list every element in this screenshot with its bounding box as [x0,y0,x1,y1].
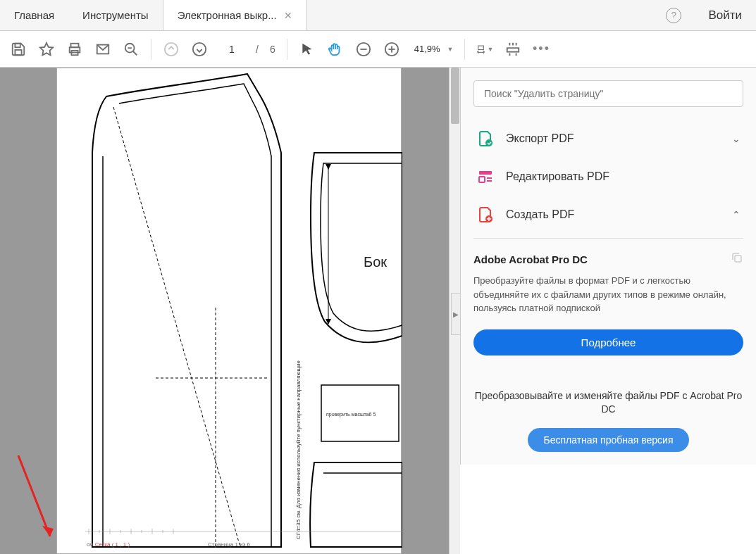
pdf-page: Бок СГ4=35 см. Для изменения используйте… [56,68,402,554]
tool-label: Редактировать PDF [506,170,740,183]
top-tab-bar: Главная Инструменты Электронная выкр... … [0,0,756,31]
star-icon[interactable] [38,41,55,58]
pointer-icon[interactable] [299,41,316,58]
page-footer: Страница 1 из 6 [57,541,401,548]
svg-rect-17 [478,46,484,49]
print-icon[interactable] [66,41,83,58]
create-pdf-icon [476,206,495,224]
page-number-input[interactable] [219,44,244,55]
free-trial-button[interactable]: Бесплатная пробная версия [528,428,688,452]
chevron-up-icon: ⌃ [732,209,740,220]
mail-icon[interactable] [94,41,111,58]
signin-button[interactable]: Войти [694,8,756,23]
svg-point-42 [485,139,492,146]
tool-export-pdf[interactable]: Экспорт PDF ⌄ [473,120,743,158]
scrollbar-thumb[interactable] [451,68,459,124]
tab-tools[interactable]: Инструменты [68,0,163,30]
learn-more-button[interactable]: Подробнее [473,329,743,355]
svg-rect-43 [479,171,492,175]
save-icon[interactable] [10,41,27,58]
page-total: 6 [270,44,275,55]
chevron-down-icon: ⌄ [732,133,740,144]
hand-icon[interactable] [327,41,344,58]
tool-edit-pdf[interactable]: Редактировать PDF [473,158,743,196]
tab-file-label: Электронная выкр... [178,9,277,21]
svg-marker-2 [40,42,53,54]
promo-title: Adobe Acrobat Pro DC [473,251,743,267]
find-icon[interactable] [123,41,140,58]
page-separator: / [256,44,259,55]
zoom-level: 41,9% [411,44,443,54]
more-icon[interactable]: ••• [533,41,550,58]
search-input[interactable] [473,80,743,107]
svg-rect-44 [479,177,485,182]
svg-line-25 [113,107,240,547]
toolbar: / 6 41,9% ▼ ▼ ••• [0,31,756,68]
export-pdf-icon [476,130,495,148]
svg-marker-41 [42,526,54,536]
chevron-down-icon: ▼ [488,46,494,53]
chevron-down-icon: ▼ [447,46,454,53]
zoom-in-icon[interactable] [383,41,400,58]
svg-rect-0 [15,43,20,47]
annotation-arrow-icon [11,448,75,547]
page-down-icon[interactable] [191,41,208,58]
page-display-icon[interactable] [504,41,521,58]
promo-subtitle: Преобразовывайте и изменяйте файлы PDF с… [473,389,743,417]
collapse-panel-button[interactable]: ▶ [451,293,460,335]
page-up-icon[interactable] [163,41,180,58]
tools-side-panel: Экспорт PDF ⌄ Редактировать PDF Создать … [460,68,756,465]
svg-rect-1 [15,49,21,54]
vertical-note: СГ4=35 см. Для изменения используйте пун… [295,360,302,539]
tool-label: Экспорт PDF [506,132,732,145]
pattern-label: Бок [364,254,387,270]
fit-width-icon[interactable]: ▼ [476,41,493,58]
edit-pdf-icon [476,168,495,186]
stack-icon[interactable] [731,251,743,267]
svg-line-8 [133,51,137,55]
svg-rect-19 [507,48,519,52]
tool-create-pdf[interactable]: Создать PDF ⌃ [473,196,743,234]
help-icon[interactable]: ? [666,8,681,23]
zoom-dropdown[interactable]: 41,9% ▼ [411,44,454,54]
tab-file[interactable]: Электронная выкр... ✕ [163,0,307,30]
tab-home[interactable]: Главная [0,0,68,30]
svg-line-40 [18,455,50,536]
tool-label: Создать PDF [506,208,732,221]
scale-check-text: проверить масштаб 5 [326,412,376,417]
zoom-out-icon[interactable] [355,41,372,58]
promo-text: Преобразуйте файлы в формат PDF и с легк… [473,274,743,315]
document-viewer[interactable]: Бок СГ4=35 см. Для изменения используйте… [0,68,460,554]
svg-rect-50 [735,256,741,262]
svg-point-10 [165,42,178,55]
close-icon[interactable]: ✕ [284,10,292,21]
svg-point-11 [193,42,206,55]
